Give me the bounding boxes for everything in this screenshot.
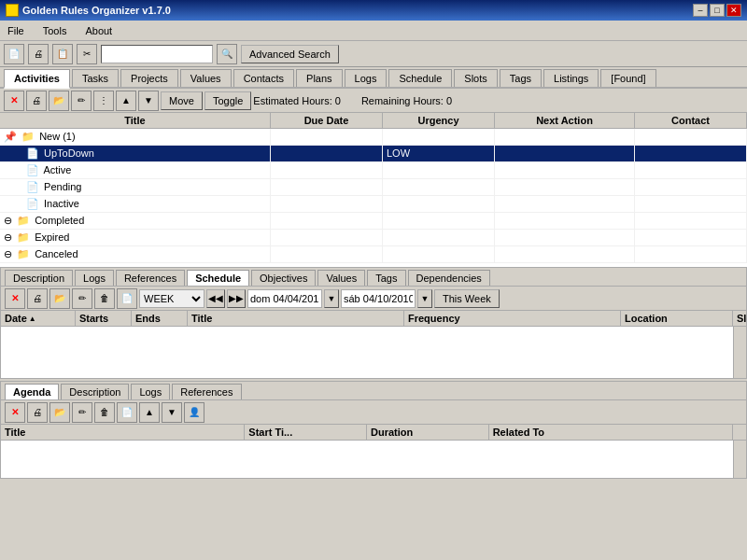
tree-cell-title: 📄 UpToDown [0, 146, 271, 161]
tree-row[interactable]: 📌 📁 New (1) [0, 129, 747, 146]
view-select[interactable]: WEEK DAY MONTH [139, 289, 204, 308]
bot-user-btn[interactable]: 👤 [184, 402, 204, 423]
col-title: Title [0, 113, 271, 128]
col-next-action: Next Action [495, 113, 635, 128]
sched-print-btn[interactable]: 🖨 [27, 288, 48, 309]
tree-row[interactable]: 📄 UpToDown LOW [0, 146, 747, 162]
search-input[interactable] [101, 45, 213, 63]
bot-col-title: Title [1, 425, 245, 440]
sort-icon: ▲ [29, 315, 36, 323]
bot-scrollbar[interactable] [733, 441, 746, 478]
sched-doc-btn[interactable]: 📄 [117, 288, 137, 309]
cut-button[interactable]: ✂ [77, 44, 97, 64]
date-from-input[interactable] [247, 289, 322, 308]
tab-found[interactable]: [Found] [600, 69, 655, 87]
schedule-table-header: Date ▲ Starts Ends Title Frequency Locat… [1, 311, 746, 327]
tab-schedule[interactable]: Schedule [388, 69, 452, 87]
tab-schedule-sub[interactable]: Schedule [187, 270, 249, 286]
bot-col-scroll [733, 425, 746, 440]
estimated-hours-label: Estimated Hours: 0 [253, 95, 341, 106]
toggle-button[interactable]: Toggle [204, 91, 251, 110]
tab-tags[interactable]: Tags [500, 69, 542, 87]
circle-icon: ⊖ [4, 248, 12, 259]
sched-scrollbar[interactable] [733, 327, 746, 378]
tab-refs-bottom[interactable]: References [172, 384, 241, 399]
tab-listings[interactable]: Listings [543, 69, 599, 87]
date-to-input[interactable] [341, 289, 416, 308]
copy-button[interactable]: 📋 [52, 44, 73, 64]
sched-clear-btn[interactable]: ✕ [5, 288, 25, 309]
advanced-search-button[interactable]: Advanced Search [241, 45, 339, 63]
tab-references[interactable]: References [116, 270, 185, 286]
close-button[interactable]: ✕ [726, 4, 741, 17]
doc-icon: 📄 [26, 198, 39, 209]
tab-agenda[interactable]: Agenda [5, 384, 59, 399]
circle-icon: ⊖ [4, 215, 12, 226]
minimize-button[interactable]: – [693, 4, 708, 17]
next-btn[interactable]: ▶▶ [227, 289, 246, 308]
bot-doc-btn[interactable]: 📄 [117, 402, 137, 423]
bot-down-btn[interactable]: ▼ [162, 402, 182, 423]
down-button[interactable]: ▼ [138, 91, 159, 111]
tab-tags-sub[interactable]: Tags [367, 270, 405, 286]
tab-plans[interactable]: Plans [296, 69, 343, 87]
tab-dependencies[interactable]: Dependencies [408, 270, 490, 286]
bot-edit-btn[interactable]: ✏ [72, 402, 92, 423]
menu-file[interactable]: File [4, 23, 28, 38]
search-button[interactable]: 🔍 [217, 44, 237, 64]
tab-contacts[interactable]: Contacts [233, 69, 294, 87]
tab-objectives[interactable]: Objectives [251, 270, 316, 286]
menu-bar: File Tools About [0, 21, 747, 41]
clear-button[interactable]: ✕ [4, 91, 24, 111]
sched-col-frequency: Frequency [404, 311, 621, 326]
bot-open-btn[interactable]: 📂 [49, 402, 70, 423]
menu-about[interactable]: About [81, 23, 116, 38]
tab-logs[interactable]: Logs [345, 69, 388, 87]
tab-logs[interactable]: Logs [75, 270, 114, 286]
bot-up-btn[interactable]: ▲ [139, 402, 160, 423]
menu-tools[interactable]: Tools [39, 23, 71, 38]
print2-button[interactable]: 🖨 [26, 91, 47, 111]
tab-activities[interactable]: Activities [4, 69, 70, 89]
folder-icon: 📁 [17, 215, 30, 226]
tab-projects[interactable]: Projects [120, 69, 178, 87]
tab-values-sub[interactable]: Values [317, 270, 365, 286]
print-button[interactable]: 🖨 [28, 44, 49, 64]
open-button[interactable]: 📂 [49, 91, 69, 111]
bot-print-btn[interactable]: 🖨 [27, 402, 48, 423]
cal-to-btn[interactable]: ▼ [417, 289, 432, 308]
tree-row[interactable]: 📄 Inactive [0, 196, 747, 213]
tree-row[interactable]: ⊖ 📁 Canceled [0, 246, 747, 263]
tree-row[interactable]: 📄 Active [0, 162, 747, 179]
folder-icon: 📁 [17, 231, 30, 243]
cal-from-btn[interactable]: ▼ [324, 289, 339, 308]
maximize-button[interactable]: □ [710, 4, 725, 17]
tree-row[interactable]: 📄 Pending [0, 179, 747, 196]
up-button[interactable]: ▲ [116, 91, 136, 111]
bottom-body [1, 441, 746, 478]
prev-btn[interactable]: ◀◀ [206, 289, 225, 308]
col-due-date: Due Date [271, 113, 383, 128]
move-button[interactable]: Move [161, 91, 203, 110]
bot-delete-btn[interactable]: 🗑 [94, 402, 115, 423]
sched-delete-btn[interactable]: 🗑 [94, 288, 115, 309]
dots-button[interactable]: ⋮ [93, 91, 114, 111]
tree-row[interactable]: ⊖ 📁 Expired [0, 230, 747, 246]
sched-edit-btn[interactable]: ✏ [72, 288, 92, 309]
tree-header: Title Due Date Urgency Next Action Conta… [0, 113, 747, 129]
bottom-table-header: Title Start Ti... Duration Related To [1, 425, 746, 441]
tab-values[interactable]: Values [180, 69, 232, 87]
tab-description[interactable]: Description [5, 270, 73, 286]
tab-tasks[interactable]: Tasks [72, 69, 119, 87]
this-week-button[interactable]: This Week [434, 289, 500, 308]
bot-col-related: Related To [489, 425, 733, 440]
new-button[interactable]: 📄 [4, 44, 24, 64]
tab-logs-bottom[interactable]: Logs [131, 384, 170, 399]
tab-desc-bottom[interactable]: Description [61, 384, 129, 399]
sched-open-btn[interactable]: 📂 [49, 288, 70, 309]
sched-col-starts: Starts [76, 311, 132, 326]
tab-slots[interactable]: Slots [454, 69, 497, 87]
tree-row[interactable]: ⊖ 📁 Completed [0, 213, 747, 230]
edit-button[interactable]: ✏ [71, 91, 92, 111]
bot-clear-btn[interactable]: ✕ [5, 402, 25, 423]
